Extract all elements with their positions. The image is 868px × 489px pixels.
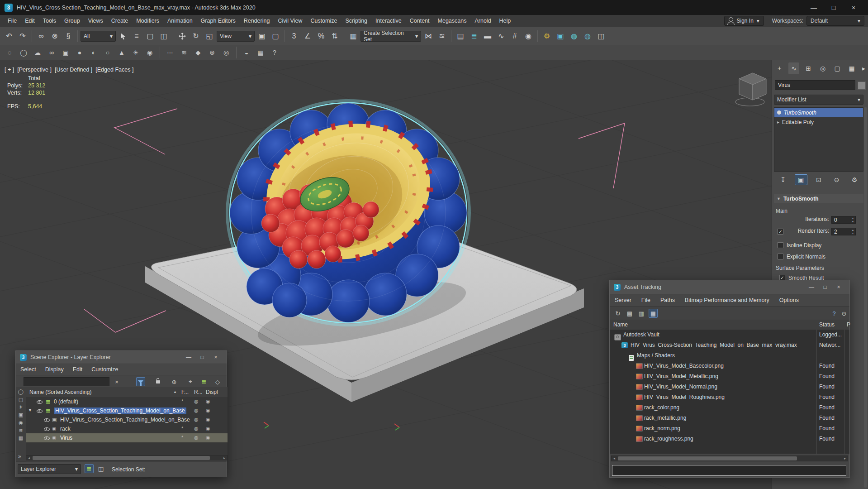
bind-to-spacewarp-icon[interactable]: § bbox=[62, 30, 75, 43]
select-by-name-icon[interactable]: ≡ bbox=[130, 30, 143, 43]
workspace-select[interactable]: Default ▾ bbox=[806, 16, 864, 26]
iterations-spinner[interactable]: ▴▾ bbox=[850, 217, 855, 223]
panel-more-arrow-icon[interactable]: ▸ bbox=[861, 62, 867, 74]
layers-stack-icon[interactable]: ≣ bbox=[199, 377, 209, 386]
se-menu-select[interactable]: Select bbox=[16, 366, 41, 373]
panel-scrollbar[interactable] bbox=[864, 107, 867, 488]
frozen-column-header[interactable]: F... bbox=[181, 389, 189, 395]
half-sphere-icon[interactable]: ◐ bbox=[88, 47, 100, 58]
scroll-left-icon[interactable]: ◂ bbox=[612, 456, 617, 461]
toggle-layer-explorer-icon[interactable]: ≣ bbox=[468, 30, 480, 43]
scroll-left-icon[interactable]: ◂ bbox=[26, 455, 32, 460]
close-button[interactable]: × bbox=[844, 0, 863, 15]
visibility-eye-icon[interactable] bbox=[44, 417, 50, 423]
tab-modify[interactable]: ∿ bbox=[788, 62, 799, 74]
toggle-ribbon-icon[interactable]: ▬ bbox=[481, 30, 494, 43]
panel-icon[interactable]: ▣ bbox=[60, 47, 71, 58]
display-toggle-icon[interactable]: ◉ bbox=[206, 435, 210, 441]
frozen-toggle-icon[interactable]: * bbox=[181, 426, 183, 431]
tab-hierarchy[interactable]: ⊞ bbox=[803, 62, 814, 74]
minimize-button[interactable]: — bbox=[804, 0, 824, 15]
dots-icon[interactable]: ⋯ bbox=[164, 47, 176, 58]
schematic-view-icon[interactable]: # bbox=[508, 30, 521, 43]
at-menu-options[interactable]: Options bbox=[774, 297, 804, 303]
se-menu-edit[interactable]: Edit bbox=[68, 366, 87, 373]
help-icon[interactable]: ? bbox=[269, 47, 280, 58]
search-input[interactable] bbox=[24, 377, 109, 386]
workspace-grid-icon[interactable]: ◫ bbox=[595, 30, 607, 43]
modifier-enabled-icon[interactable] bbox=[777, 110, 781, 115]
select-and-move-icon[interactable] bbox=[176, 30, 189, 43]
rendered-frame-window-icon[interactable]: ▣ bbox=[554, 30, 567, 43]
menu-create[interactable]: Create bbox=[107, 15, 133, 27]
undo-icon[interactable]: ↶ bbox=[3, 30, 15, 43]
select-and-link-icon[interactable]: ∞ bbox=[35, 30, 47, 43]
visibility-eye-icon[interactable] bbox=[44, 435, 50, 441]
layer-mode-icon[interactable]: ≣ bbox=[85, 464, 94, 473]
filter-groups-icon[interactable]: ▦ bbox=[19, 435, 23, 441]
status-column-header[interactable]: Status bbox=[819, 321, 835, 328]
close-button[interactable]: × bbox=[832, 282, 845, 292]
tab-motion[interactable]: ◎ bbox=[817, 62, 828, 74]
scene-explorer-titlebar[interactable]: 3 Scene Explorer - Layer Explorer — □ × bbox=[16, 351, 227, 364]
menu-edit[interactable]: Edit bbox=[21, 15, 39, 27]
menu-animation[interactable]: Animation bbox=[163, 15, 197, 27]
renderable-toggle-icon[interactable]: ◍ bbox=[194, 435, 199, 441]
filter-lights-icon[interactable]: ☀ bbox=[19, 404, 23, 410]
connect-icon[interactable]: ∞ bbox=[46, 47, 57, 58]
display-toggle-icon[interactable]: ◉ bbox=[206, 398, 210, 404]
minimize-button[interactable]: — bbox=[805, 282, 818, 292]
modifier-turbosmooth[interactable]: TurboSmooth bbox=[774, 108, 863, 117]
unlink-selection-icon[interactable]: ⊗ bbox=[48, 30, 61, 43]
filter-cameras-icon[interactable]: ▣ bbox=[19, 412, 23, 418]
render-setup-icon[interactable]: ⚙ bbox=[541, 30, 553, 43]
close-button[interactable]: × bbox=[209, 352, 223, 363]
asset-row-vault[interactable]: Autodesk Vault Logged... bbox=[610, 330, 847, 340]
asset-row-maps-shaders[interactable]: Maps / Shaders bbox=[610, 350, 847, 361]
layer-row-default[interactable]: ≣ 0 (default) * ◍ ◉ bbox=[26, 397, 228, 406]
renderable-toggle-icon[interactable]: ◍ bbox=[194, 417, 199, 422]
configure-modifier-sets-button[interactable]: ⚙ bbox=[848, 174, 861, 185]
menu-content[interactable]: Content bbox=[406, 15, 434, 27]
ring-icon[interactable]: ◎ bbox=[220, 47, 232, 58]
filter-helpers-icon[interactable]: ◉ bbox=[19, 420, 23, 426]
at-menu-bitmap-performance[interactable]: Bitmap Performance and Memory bbox=[680, 297, 774, 303]
modifier-list-select[interactable]: Modifier List ▾ bbox=[774, 95, 863, 105]
render-production-icon[interactable]: ◍ bbox=[568, 30, 580, 43]
menu-rendering[interactable]: Rendering bbox=[240, 15, 274, 27]
named-selection-set-select[interactable]: Create Selection Set ▾ bbox=[360, 31, 421, 42]
render-column-header[interactable]: R... bbox=[194, 389, 203, 395]
use-pivot-center-icon[interactable]: ▣ bbox=[256, 30, 268, 43]
modifier-editable-poly[interactable]: ▸ Editable Poly bbox=[774, 117, 863, 127]
object-row-hiv-model[interactable]: ▣ HIV_Virus_Cross_Section_Teaching_Model… bbox=[26, 415, 228, 424]
object-label[interactable]: rack bbox=[60, 426, 71, 432]
object-label[interactable]: Virus bbox=[60, 435, 72, 441]
display-column-header[interactable]: Displ bbox=[206, 389, 218, 395]
viewport-pov-menu[interactable]: [Perspective ] bbox=[17, 67, 52, 73]
renderable-toggle-icon[interactable]: ◍ bbox=[194, 426, 199, 431]
filter-spacewarps-icon[interactable]: ≋ bbox=[19, 427, 23, 433]
options-icon[interactable]: ⊙ bbox=[840, 309, 849, 318]
diamond-icon[interactable]: ◆ bbox=[192, 47, 204, 58]
menu-help[interactable]: Help bbox=[495, 15, 515, 27]
visibility-eye-icon[interactable] bbox=[37, 399, 43, 405]
expand-icon[interactable]: ▼ bbox=[28, 408, 32, 412]
object-label[interactable]: HIV_Virus_Cross_Section_Teaching_Model_o… bbox=[60, 417, 190, 423]
cloud-icon[interactable]: ☁ bbox=[32, 47, 43, 58]
render-iterative-icon[interactable]: ◍ bbox=[581, 30, 594, 43]
asset-row-maxfile[interactable]: 3 HIV_Virus_Cross-Section_Teaching_Model… bbox=[610, 340, 847, 350]
object-row-rack[interactable]: ◉ rack * ◍ ◉ bbox=[26, 424, 228, 433]
add-layer-icon[interactable]: ⊕ bbox=[170, 377, 179, 386]
dark-sphere-icon[interactable]: ● bbox=[74, 47, 85, 58]
viewport-plus-menu[interactable]: [ + ] bbox=[5, 67, 14, 73]
at-menu-file[interactable]: File bbox=[636, 297, 655, 303]
render-iters-input[interactable]: 2 ▴▾ bbox=[831, 228, 856, 235]
use-selection-center-icon[interactable]: ▢ bbox=[269, 30, 282, 43]
renderable-toggle-icon[interactable]: ◍ bbox=[194, 408, 199, 413]
path-column-header[interactable]: P bbox=[847, 321, 850, 328]
view-cube[interactable] bbox=[735, 73, 766, 106]
display-toggle-icon[interactable]: ◉ bbox=[206, 426, 210, 431]
percent-snap-icon[interactable]: % bbox=[315, 30, 327, 43]
filter-geometry-icon[interactable]: ◯ bbox=[18, 389, 24, 395]
menu-scripting[interactable]: Scripting bbox=[341, 15, 371, 27]
